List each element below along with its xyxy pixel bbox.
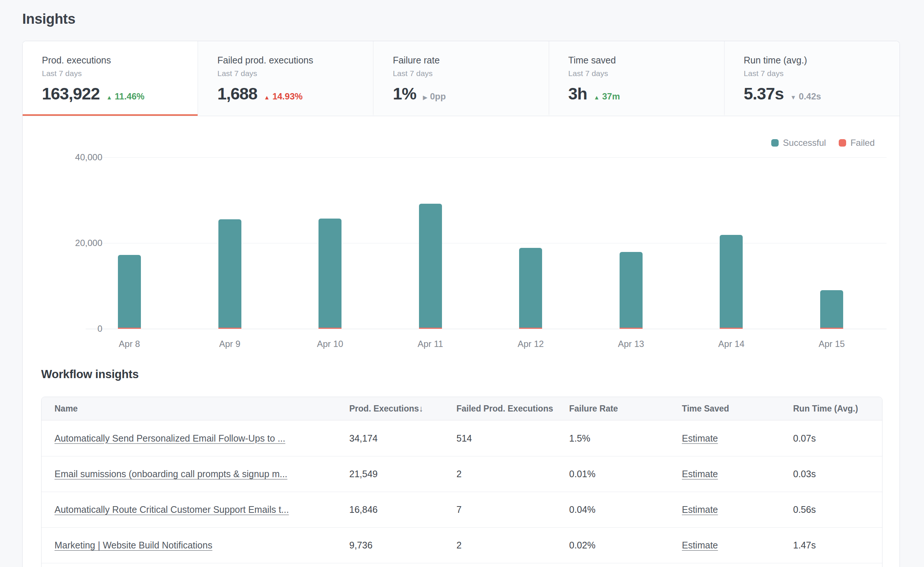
bar-failed[interactable] — [820, 328, 843, 329]
prod-executions-cell: 16,846 — [349, 504, 456, 515]
estimate-link[interactable]: Estimate — [682, 540, 718, 550]
stat-card-failed-prod-executions[interactable]: Failed prod. executions Last 7 days 1,68… — [198, 41, 373, 116]
executions-chart: Successful Failed 40,000 20,000 0 Apr 8A… — [22, 116, 900, 357]
stat-card-label: Prod. executions — [42, 54, 186, 66]
x-axis-label: Apr 14 — [694, 339, 768, 349]
failure-rate-cell: 0.01% — [569, 469, 682, 480]
prod-executions-cell: 9,736 — [349, 540, 456, 550]
trend-flat-icon: ▶ — [423, 94, 427, 101]
workflow-name-link[interactable]: Automatically Route Critical Customer Su… — [54, 504, 289, 515]
workflow-name-link[interactable]: Email sumissions (onboarding call prompt… — [54, 469, 287, 479]
time-saved-cell: Estimate — [682, 433, 793, 444]
table-row: Automatically Send Personalized Email Fo… — [42, 420, 882, 456]
sort-desc-icon: ↓ — [419, 404, 423, 414]
x-axis-label: Apr 9 — [193, 339, 267, 349]
stat-card-delta-text: 11.46% — [115, 91, 145, 102]
stat-card-delta: ▲37m — [594, 91, 620, 102]
failed-swatch-icon — [839, 139, 846, 147]
prod-executions-cell: 34,174 — [349, 433, 456, 444]
bar-failed[interactable] — [720, 328, 742, 329]
failure-rate-cell: 0.04% — [569, 504, 682, 515]
bar-successful[interactable] — [720, 235, 742, 328]
table-row: Marketing | Website Build Notifications9… — [42, 527, 882, 563]
failed-prod-executions-cell: 2 — [456, 469, 569, 480]
failed-prod-executions-cell: 7 — [456, 504, 569, 515]
legend-item-successful[interactable]: Successful — [771, 138, 826, 148]
stat-card-period: Last 7 days — [568, 69, 713, 78]
column-header-run-time[interactable]: Run Time (Avg.) — [793, 404, 882, 414]
stat-card-value: 1% — [393, 85, 416, 103]
stat-card-label: Failure rate — [393, 54, 537, 66]
stat-card-value: 3h — [568, 85, 587, 103]
stat-card-delta: ▲14.93% — [264, 91, 303, 102]
insights-panel: Prod. executions Last 7 days 163,922 ▲11… — [22, 41, 900, 567]
bar-failed[interactable] — [519, 328, 542, 329]
successful-swatch-icon — [771, 139, 778, 147]
prod-executions-cell: 21,549 — [349, 469, 456, 480]
failed-prod-executions-cell: 514 — [456, 433, 569, 444]
x-axis-line — [86, 329, 886, 329]
workflow-insights-heading: Workflow insights — [41, 368, 139, 381]
table-body: Automatically Send Personalized Email Fo… — [42, 420, 882, 567]
failure-rate-cell: 1.5% — [569, 433, 682, 444]
stat-card-period: Last 7 days — [217, 69, 362, 78]
estimate-link[interactable]: Estimate — [682, 433, 718, 444]
bar-failed[interactable] — [318, 328, 342, 329]
bar-failed[interactable] — [118, 328, 141, 329]
run-time-cell: 0.07s — [793, 433, 882, 444]
estimate-link[interactable]: Estimate — [682, 469, 718, 479]
stat-card-period: Last 7 days — [42, 69, 186, 78]
stat-card-time-saved[interactable]: Time saved Last 7 days 3h ▲37m — [549, 41, 724, 116]
workflow-name-link[interactable]: Automatically Send Personalized Email Fo… — [54, 433, 285, 444]
workflow-name-cell: Automatically Route Critical Customer Su… — [42, 504, 349, 515]
bar-failed[interactable] — [419, 328, 442, 329]
trend-up-icon: ▲ — [594, 94, 600, 101]
column-header-prod-executions[interactable]: Prod. Executions↓ — [349, 404, 456, 414]
column-header-name[interactable]: Name — [42, 404, 349, 414]
stat-card-label: Run time (avg.) — [744, 54, 888, 66]
table-row: Automatically Route Critical Customer Su… — [42, 492, 882, 527]
column-header-failed-prod-executions[interactable]: Failed Prod. Executions — [456, 404, 569, 414]
estimate-link[interactable]: Estimate — [682, 504, 718, 515]
run-time-cell: 0.03s — [793, 469, 882, 480]
x-axis-label: Apr 12 — [494, 339, 568, 349]
time-saved-cell: Estimate — [682, 504, 793, 515]
stat-card-delta-text: 37m — [602, 91, 620, 102]
table-header-row: Name Prod. Executions↓ Failed Prod. Exec… — [42, 397, 882, 420]
column-header-failure-rate[interactable]: Failure Rate — [569, 404, 682, 414]
legend-label: Successful — [783, 138, 826, 148]
stat-card-delta: ▼0.42s — [790, 91, 821, 102]
workflow-name-link[interactable]: Marketing | Website Build Notifications — [54, 540, 213, 550]
bar-successful[interactable] — [419, 204, 442, 328]
bar-successful[interactable] — [620, 252, 643, 328]
bar-successful[interactable] — [118, 255, 141, 328]
column-header-time-saved[interactable]: Time Saved — [682, 404, 793, 414]
x-axis-label: Apr 10 — [293, 339, 367, 349]
x-axis-label: Apr 11 — [393, 339, 468, 349]
y-axis-tick: 0 — [45, 323, 102, 334]
column-header-label: Prod. Executions — [349, 404, 419, 414]
bar-successful[interactable] — [519, 248, 542, 328]
stat-card-delta-text: 14.93% — [273, 91, 303, 102]
stat-card-value: 1,688 — [217, 85, 257, 103]
time-saved-cell: Estimate — [682, 540, 793, 550]
legend-item-failed[interactable]: Failed — [839, 138, 874, 148]
stat-card-delta: ▶0pp — [423, 91, 446, 102]
stat-card-period: Last 7 days — [393, 69, 537, 78]
workflow-name-cell: Email sumissions (onboarding call prompt… — [42, 469, 349, 480]
bar-failed[interactable] — [218, 328, 242, 329]
bar-successful[interactable] — [218, 219, 242, 328]
trend-up-icon: ▲ — [264, 94, 270, 101]
bar-successful[interactable] — [318, 218, 342, 328]
stat-card-run-time-avg[interactable]: Run time (avg.) Last 7 days 5.37s ▼0.42s — [724, 41, 900, 116]
stat-card-delta: ▲11.46% — [106, 91, 145, 102]
page-title: Insights — [22, 11, 75, 27]
bar-successful[interactable] — [820, 290, 843, 328]
bar-failed[interactable] — [620, 328, 643, 329]
stat-card-label: Time saved — [568, 54, 713, 66]
stat-card-prod-executions[interactable]: Prod. executions Last 7 days 163,922 ▲11… — [22, 41, 198, 116]
stat-card-failure-rate[interactable]: Failure rate Last 7 days 1% ▶0pp — [373, 41, 548, 116]
stat-cards-row: Prod. executions Last 7 days 163,922 ▲11… — [22, 41, 900, 116]
table-row — [42, 563, 882, 567]
trend-up-icon: ▲ — [106, 94, 112, 101]
